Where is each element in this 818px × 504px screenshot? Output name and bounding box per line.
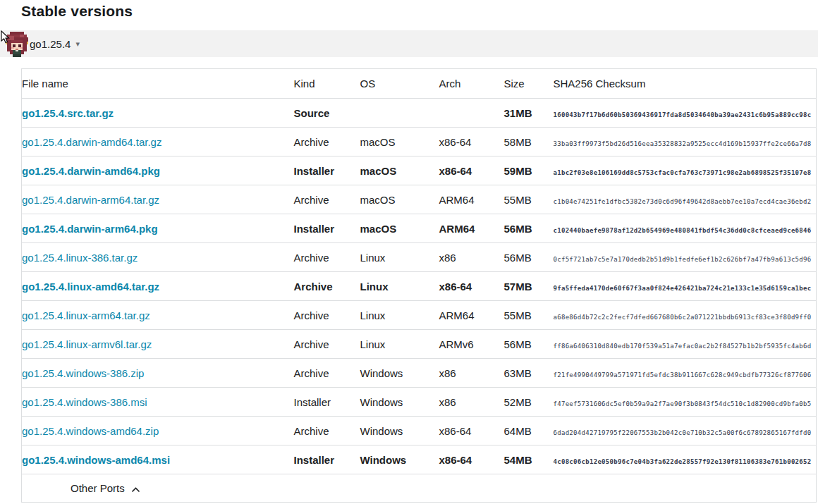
column-header-file-name: File name [22,69,294,99]
sha256-checksum: 6dad204d42719795f22067553b2b042c0e710b32… [554,429,812,436]
sha256-checksum: c102440baefe9878af12d2b654969e480841fbdf… [554,227,812,234]
arch-cell: ARM64 [439,301,504,330]
arch-cell: ARMv6 [439,330,504,359]
size-cell: 56MB [504,214,554,243]
other-ports-row: Other Ports [22,474,817,503]
size-cell: 56MB [504,330,554,359]
size-cell: 57MB [504,272,554,301]
sha256-checksum: c1b04e74251fe1dfbc5382e73d0c6d96f49642d8… [554,198,812,205]
size-cell: 55MB [504,301,554,330]
chevron-up-icon [131,483,140,495]
arch-cell: x86-64 [439,445,504,474]
sha256-checksum: a1bc2f03e8e106169dd8c5753cfac0cfa763c739… [554,169,812,176]
table-row: go1.25.4.windows-amd64.msi Installer Win… [22,445,817,474]
os-cell: Windows [360,417,439,445]
file-link[interactable]: go1.25.4.darwin-arm64.pkg [22,223,158,235]
table-row: go1.25.4.darwin-arm64.pkg Installer macO… [22,214,817,243]
table-row: go1.25.4.linux-armv6l.tar.gz Archive Lin… [22,330,817,359]
arch-cell [439,99,504,128]
file-link[interactable]: go1.25.4.windows-386.zip [22,367,144,379]
kind-cell: Archive [294,359,360,388]
kind-cell: Installer [294,388,360,417]
size-cell: 64MB [504,417,554,445]
file-link[interactable]: go1.25.4.windows-amd64.msi [22,454,170,466]
file-link[interactable]: go1.25.4.linux-386.tar.gz [22,252,138,264]
table-row: go1.25.4.windows-386.msi Installer Windo… [22,388,817,417]
avatar-sprite [5,32,28,57]
version-bar: go1.25.4 ▾ [0,30,818,57]
sha256-checksum: f47eef5731606dc5ef0b59a9a2f7ae90f3b0843f… [554,400,812,407]
column-header-os: OS [360,69,439,99]
size-cell: 31MB [504,99,554,128]
arch-cell: x86 [439,388,504,417]
arch-cell: ARM64 [439,185,504,214]
os-cell: Windows [360,388,439,417]
table-row: go1.25.4.windows-amd64.zip Archive Windo… [22,417,817,445]
other-ports-toggle[interactable]: Other Ports [22,481,140,495]
file-link[interactable]: go1.25.4.darwin-amd64.tar.gz [22,136,161,148]
version-label: go1.25.4 [30,38,71,50]
size-cell: 52MB [504,388,554,417]
page-title: Stable versions [0,0,818,20]
os-cell: macOS [360,214,439,243]
table-row: go1.25.4.darwin-amd64.pkg Installer macO… [22,156,817,185]
sha256-checksum: f21fe4990449799a571971fd5efdc38b911667c6… [554,371,812,379]
downloads-table: File name Kind OS Arch Size SHA256 Check… [21,68,817,503]
arch-cell: x86-64 [439,156,504,185]
table-row: go1.25.4.linux-386.tar.gz Archive Linux … [22,243,817,272]
kind-cell: Installer [294,445,360,474]
kind-cell: Archive [294,330,360,359]
sha256-checksum: 0cf5f721ab7c5e7a170dedb2b51d9b1fedfe6ef1… [554,256,812,263]
kind-cell: Archive [294,272,360,301]
kind-cell: Archive [294,185,360,214]
file-link[interactable]: go1.25.4.linux-armv6l.tar.gz [22,338,152,350]
arch-cell: x86-64 [439,128,504,156]
table-row: go1.25.4.darwin-arm64.tar.gz Archive mac… [22,185,817,214]
table-row: go1.25.4.src.tar.gz Source 31MB 160043b7… [22,99,817,128]
os-cell: Linux [360,301,439,330]
kind-cell: Archive [294,417,360,445]
sha256-checksum: 33ba03ff9973f5bd26d516eea35328832a9525ec… [554,140,812,147]
size-cell: 59MB [504,156,554,185]
kind-cell: Archive [294,128,360,156]
size-cell: 56MB [504,243,554,272]
file-link[interactable]: go1.25.4.windows-amd64.zip [22,425,159,437]
kind-cell: Source [294,99,360,128]
arch-cell: x86 [439,243,504,272]
kind-cell: Installer [294,214,360,243]
os-cell: macOS [360,185,439,214]
kind-cell: Archive [294,301,360,330]
table-row: go1.25.4.windows-386.zip Archive Windows… [22,359,817,388]
sha256-checksum: a68e86d4b72c2c2fecf7dfed667680b6c2a07122… [554,314,812,321]
size-cell: 54MB [504,445,554,474]
os-cell [360,99,439,128]
arch-cell: x86-64 [439,272,504,301]
file-link[interactable]: go1.25.4.src.tar.gz [22,107,114,119]
size-cell: 63MB [504,359,554,388]
os-cell: Windows [360,445,439,474]
column-header-kind: Kind [294,69,360,99]
file-link[interactable]: go1.25.4.linux-amd64.tar.gz [22,281,159,293]
os-cell: Linux [360,272,439,301]
column-header-sha256: SHA256 Checksum [554,69,817,99]
table-row: go1.25.4.linux-arm64.tar.gz Archive Linu… [22,301,817,330]
version-dropdown-toggle[interactable]: go1.25.4 ▾ [30,38,80,50]
table-header-row: File name Kind OS Arch Size SHA256 Check… [22,69,817,99]
file-link[interactable]: go1.25.4.darwin-arm64.tar.gz [22,194,159,206]
sha256-checksum: 160043b7f17b6d60b50369436917fda8d5034640… [554,111,812,118]
arch-cell: x86 [439,359,504,388]
column-header-size: Size [504,69,554,99]
sha256-checksum: ff86a6406310d840edb170f539a51a7efac0ac2b… [554,343,812,350]
kind-cell: Installer [294,156,360,185]
table-row: go1.25.4.linux-amd64.tar.gz Archive Linu… [22,272,817,301]
os-cell: Linux [360,243,439,272]
sha256-checksum: 9fa5ffeda4170de60f67f3aa0f824e426421ba72… [554,285,812,292]
file-link[interactable]: go1.25.4.windows-386.msi [22,396,147,408]
file-link[interactable]: go1.25.4.linux-arm64.tar.gz [22,309,150,321]
table-row: go1.25.4.darwin-amd64.tar.gz Archive mac… [22,128,817,156]
os-cell: macOS [360,128,439,156]
size-cell: 58MB [504,128,554,156]
sha256-checksum: 4c08c06cb12e050b96c7e04b3fa622de28557f92… [554,458,812,465]
file-link[interactable]: go1.25.4.darwin-amd64.pkg [22,165,160,177]
column-header-arch: Arch [439,69,504,99]
